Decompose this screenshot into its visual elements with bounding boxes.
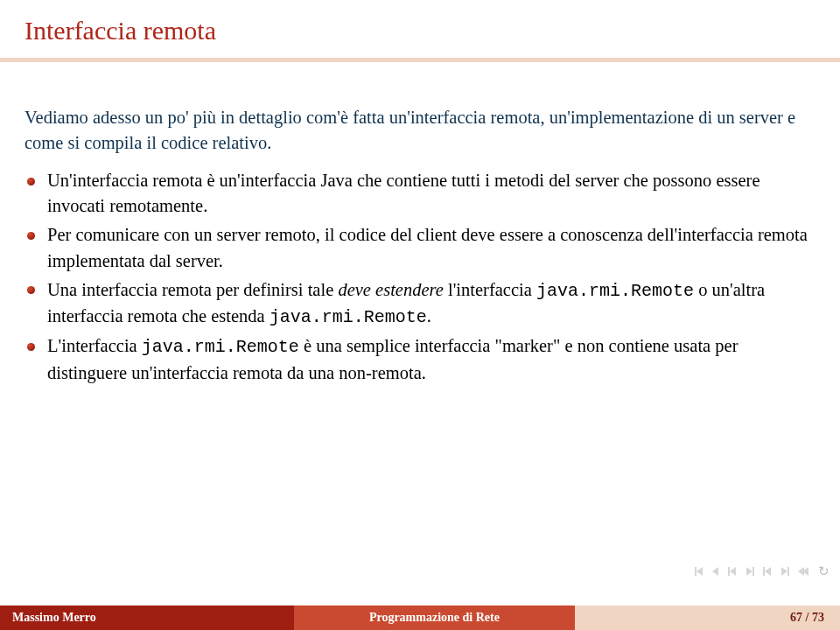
emphasis-text: deve estendere <box>338 280 443 299</box>
nav-toolbar: ↻ <box>695 564 828 579</box>
footer-bar: Massimo Merro Programmazione di Rete 67 … <box>0 606 840 630</box>
code-text: java.rmi.Remote <box>536 281 694 301</box>
nav-next-alt-icon[interactable] <box>780 567 789 576</box>
nav-prev-sub-icon[interactable] <box>728 567 737 576</box>
slide-body: Vediamo adesso un po' più in dettaglio c… <box>24 105 816 389</box>
bullet-text: Per comunicare con un server remoto, il … <box>47 225 808 270</box>
bullet-text-part: . <box>427 306 431 326</box>
bullet-text-part: l'interfaccia <box>444 280 536 299</box>
bullet-text: Un'interfaccia remota è un'interfaccia J… <box>47 171 760 215</box>
title-band: Interfaccia remota <box>0 0 840 58</box>
list-item: L'interfaccia java.rmi.Remote è una semp… <box>24 333 816 386</box>
slide-title: Interfaccia remota <box>24 16 816 46</box>
bullet-icon <box>27 178 35 186</box>
bullet-list: Un'interfaccia remota è un'interfaccia J… <box>24 168 816 386</box>
nav-loop-icon[interactable]: ↻ <box>818 564 828 579</box>
list-item: Per comunicare con un server remoto, il … <box>24 222 816 273</box>
bullet-icon <box>27 286 35 294</box>
nav-prev-icon[interactable] <box>712 567 719 576</box>
bullet-text-part: Una interfaccia remota per definirsi tal… <box>47 280 338 299</box>
footer-author: Massimo Merro <box>0 606 294 630</box>
list-item: Un'interfaccia remota è un'interfaccia J… <box>24 168 816 219</box>
footer-topic: Programmazione di Rete <box>294 606 576 630</box>
bullet-text-part: L'interfaccia <box>47 336 142 355</box>
code-text: java.rmi.Remote <box>142 337 299 357</box>
nav-next-sub-icon[interactable] <box>746 567 754 576</box>
bullet-icon <box>27 343 35 351</box>
nav-prev-alt-icon[interactable] <box>763 567 772 576</box>
footer-page: 67 / 73 <box>575 606 840 630</box>
list-item: Una interfaccia remota per definirsi tal… <box>24 277 816 331</box>
nav-back-icon[interactable] <box>798 567 809 576</box>
nav-first-icon[interactable] <box>695 567 704 576</box>
code-text: java.rmi.Remote <box>270 307 427 327</box>
intro-text: Vediamo adesso un po' più in dettaglio c… <box>24 105 816 156</box>
bullet-icon <box>27 232 35 240</box>
